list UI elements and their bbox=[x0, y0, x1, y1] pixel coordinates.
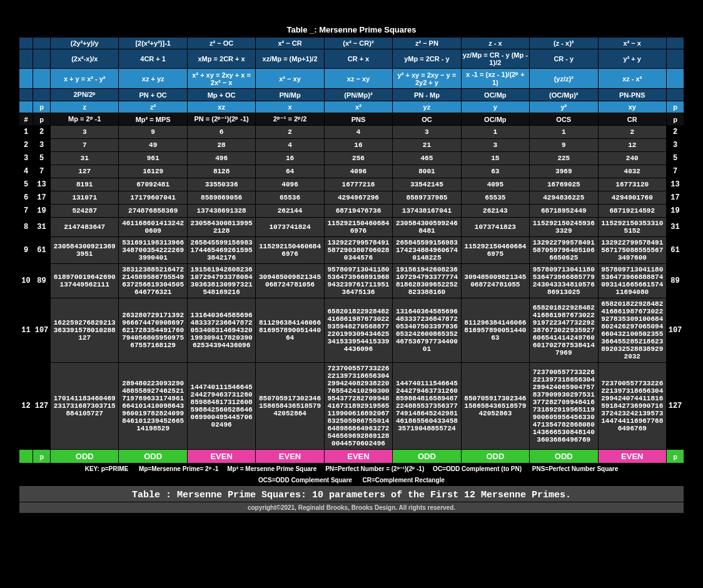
data-cell: 8589737985 bbox=[393, 191, 461, 205]
row-index: 8 bbox=[19, 218, 33, 237]
p-value: 89 bbox=[33, 264, 51, 298]
data-cell: 9578097130411805364739668888740931416656… bbox=[598, 264, 667, 298]
cell: Mp = 2ᵖ -1 bbox=[51, 113, 119, 126]
cell: x² bbox=[324, 101, 392, 113]
parity-cell: ODD bbox=[51, 450, 119, 464]
data-cell: 8001 bbox=[393, 165, 461, 178]
cell: (x² − CR)² bbox=[324, 38, 392, 49]
data-cell: 2 bbox=[598, 126, 667, 139]
parity-cell: EVEN bbox=[598, 450, 667, 464]
parity-cell: EVEN bbox=[187, 450, 255, 464]
data-cell: 1152921503533105152 bbox=[598, 218, 667, 237]
data-cell: 1316403645856964833372368478720534083146… bbox=[187, 298, 255, 363]
data-cell: 1447401115466452442794637312608598848173… bbox=[187, 363, 255, 450]
parity-cell: ODD bbox=[393, 450, 461, 464]
data-cell: 31 bbox=[51, 152, 119, 165]
data-cell: 9578097130411805364739668919689432397617… bbox=[324, 264, 392, 298]
cell: x + y = x² - y² bbox=[51, 69, 119, 89]
data-cell: 2658455991569831744654692615953842176 bbox=[187, 237, 255, 264]
p-value: 61 bbox=[667, 237, 684, 264]
data-cell: 240 bbox=[598, 152, 667, 165]
row-index: 2 bbox=[19, 139, 33, 152]
data-cell: 17179607041 bbox=[119, 191, 187, 205]
key-line-1: KEY: p=PRIME Mp=Mersenne Prime= 2ᵖ -1 Mp… bbox=[19, 464, 684, 475]
data-cell: 4096 bbox=[324, 165, 392, 178]
data-cell: 127 bbox=[51, 165, 119, 178]
cell: xz bbox=[187, 101, 255, 113]
data-cell: 5316911983139663487003542222693990401 bbox=[119, 237, 187, 264]
p-value: 5 bbox=[33, 152, 51, 165]
data-cell: 85070591730234615865843651857942052863 bbox=[461, 363, 529, 450]
cell: (yz/z)² bbox=[530, 69, 598, 89]
cell: x² − CR bbox=[256, 38, 324, 49]
data-cell: 7237005577332262213973186563042994240829… bbox=[324, 363, 392, 450]
data-cell: 4032 bbox=[598, 165, 667, 178]
p-value: 89 bbox=[667, 264, 684, 298]
cell: CR - y bbox=[530, 49, 598, 69]
data-cell: 309485009821345068724781055 bbox=[461, 264, 529, 298]
cell: PN-PNS bbox=[598, 89, 667, 101]
data-cell: 9 bbox=[530, 139, 598, 152]
parity-cell: ODD bbox=[530, 450, 598, 464]
data-cell: 16 bbox=[324, 139, 392, 152]
data-cell: 4 bbox=[324, 126, 392, 139]
data-cell: 7237005577332262213973186563042994240744… bbox=[598, 363, 667, 450]
data-cell: 65535 bbox=[461, 191, 529, 205]
cell: PNS bbox=[324, 113, 392, 126]
p-value: 17 bbox=[667, 191, 684, 205]
cell: Mp + OC bbox=[187, 89, 255, 101]
cell: p bbox=[33, 113, 51, 126]
p-value: 127 bbox=[33, 363, 51, 450]
parity-cell: ODD bbox=[119, 450, 187, 464]
p-value: 3 bbox=[33, 139, 51, 152]
row-index: 3 bbox=[19, 152, 33, 165]
data-cell: 1 bbox=[461, 126, 529, 139]
p-value: 107 bbox=[33, 298, 51, 363]
cell: x² − x bbox=[598, 38, 667, 49]
row-index: 4 bbox=[19, 165, 33, 178]
cell bbox=[19, 69, 33, 89]
cell bbox=[667, 49, 684, 69]
cell: x² − xy bbox=[256, 69, 324, 89]
cell: y bbox=[461, 101, 529, 113]
data-cell: 4096 bbox=[256, 178, 324, 191]
row-index: 9 bbox=[19, 237, 33, 264]
p-value: 17 bbox=[33, 191, 51, 205]
data-cell: 1152921504606846975 bbox=[461, 237, 529, 264]
cell: 4CR + 1 bbox=[119, 49, 187, 69]
data-cell: 6582018229284824168619876730229278353091… bbox=[598, 298, 667, 363]
cell: PN/Mp bbox=[256, 89, 324, 101]
data-cell: 465 bbox=[393, 152, 461, 165]
data-cell: 12 bbox=[598, 139, 667, 152]
data-cell: 1152921504606846976 bbox=[324, 218, 392, 237]
row-index: 6 bbox=[19, 191, 33, 205]
data-cell: 618970019642690137449562111 bbox=[51, 264, 119, 298]
cell: z² − OC bbox=[187, 38, 255, 49]
cell: 2PN/2ᵖ bbox=[51, 89, 119, 101]
cell: y² + xy = 2xy − y = 2y2 + y bbox=[393, 69, 461, 89]
cell: PN = (2ᵖ⁻¹)(2ᵖ -1) bbox=[187, 113, 255, 126]
cell: z - x bbox=[461, 38, 529, 49]
parity-cell: p bbox=[33, 450, 51, 464]
data-cell: 67092481 bbox=[119, 178, 187, 191]
data-cell: 28 bbox=[187, 139, 255, 152]
p-value: 13 bbox=[667, 178, 684, 191]
cell: z² − PN bbox=[393, 38, 461, 49]
cell: # bbox=[19, 113, 33, 126]
cell: x bbox=[256, 101, 324, 113]
cell: CR bbox=[598, 113, 667, 126]
cell: OC/Mp bbox=[461, 113, 529, 126]
p-value: 19 bbox=[33, 205, 51, 218]
cell: xz/Mp = (Mp+1)/2 bbox=[256, 49, 324, 69]
cell: p bbox=[667, 101, 684, 113]
p-value: 3 bbox=[667, 139, 684, 152]
data-cell: 3831238852164722145895867555496372566193… bbox=[119, 264, 187, 298]
cell: x -1 = (xz - 1)/(2ᵖ + 1) bbox=[461, 69, 529, 89]
cell: xz − xy bbox=[324, 69, 392, 89]
data-cell: 6 bbox=[187, 126, 255, 139]
cell: (PN/Mp)² bbox=[324, 89, 392, 101]
key-line-2: OCS=ODD Complement Square CR=Complement … bbox=[19, 475, 684, 486]
data-cell: 262144 bbox=[256, 205, 324, 218]
cell bbox=[667, 38, 684, 49]
data-cell: 170141183460469231731687303715884105727 bbox=[51, 363, 119, 450]
